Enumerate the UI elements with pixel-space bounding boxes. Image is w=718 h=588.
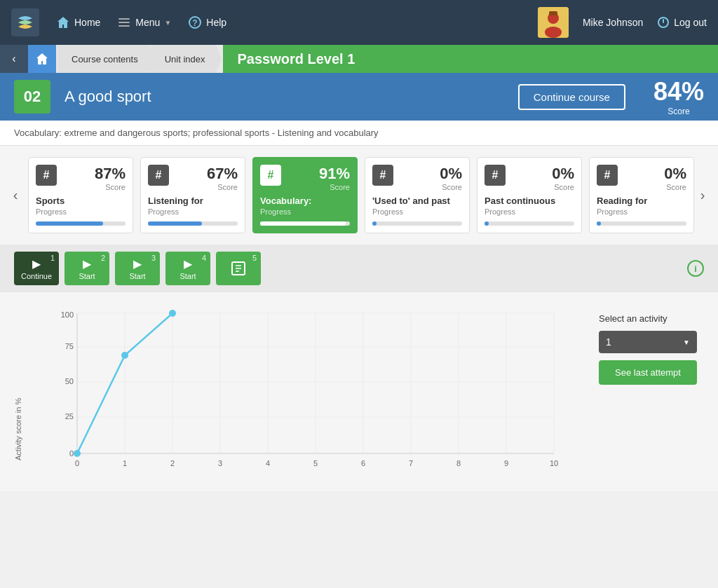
logo [11, 8, 39, 36]
activity-name-6: Reading for [597, 196, 686, 206]
progress-bar-5 [485, 221, 574, 226]
activity-name-5: Past continuous [485, 196, 574, 206]
svg-text:6: 6 [361, 459, 365, 467]
svg-point-49 [121, 352, 128, 359]
info-button[interactable]: i [687, 260, 704, 277]
hash-icon: # [260, 165, 281, 186]
score-label-3: Score [319, 183, 350, 191]
score-label-4: Score [440, 183, 462, 191]
score-label-2: Score [207, 183, 238, 191]
svg-text:0: 0 [69, 449, 74, 458]
progress-bar-3 [260, 221, 350, 226]
activity-name-2: Listening for [148, 196, 238, 206]
svg-text:25: 25 [65, 412, 74, 421]
hash-icon: # [148, 165, 169, 186]
progress-fill-5 [485, 221, 489, 226]
header-right: Mike Johnson Log out [538, 7, 707, 38]
svg-text:?: ? [193, 18, 198, 28]
unit-score: 84% Score [653, 77, 704, 116]
activity-progress-label-3: Progress [260, 207, 350, 216]
home-label: Home [74, 17, 100, 28]
hash-icon: # [597, 165, 618, 186]
logout-button[interactable]: Log out [657, 16, 707, 29]
help-label: Help [206, 17, 226, 28]
chart-controls: Select an activity 1 2 3 4 5 See last at… [599, 306, 697, 477]
activity-card-6[interactable]: # 0% Score Reading for Progress [589, 157, 694, 233]
progress-fill-3 [260, 221, 346, 226]
hash-icon: # [36, 165, 57, 186]
activity-select-wrapper[interactable]: 1 2 3 4 5 [599, 331, 697, 353]
svg-text:75: 75 [65, 342, 74, 350]
activity-select[interactable]: 1 2 3 4 5 [599, 331, 697, 353]
select-activity-label: Select an activity [599, 313, 697, 324]
username: Mike Johnson [583, 17, 643, 28]
activity-progress-label-2: Progress [148, 207, 238, 216]
activity-card-5[interactable]: # 0% Score Past continuous Progress [477, 157, 582, 233]
step-3-button[interactable]: 3 ▶ Start [115, 252, 160, 285]
svg-rect-1 [118, 22, 130, 23]
progress-fill-1 [36, 221, 103, 226]
svg-text:0: 0 [75, 459, 79, 467]
chart-svg: 0 25 50 75 100 [49, 306, 578, 477]
header: Home Menu ▼ ? Help Mike Johnson [0, 0, 718, 45]
svg-point-7 [545, 27, 562, 38]
svg-text:7: 7 [409, 459, 413, 467]
activity-card-2[interactable]: # 67% Score Listening for Progress [140, 157, 245, 233]
home-nav[interactable]: Home [56, 15, 100, 29]
cards-left-arrow[interactable]: ‹ [7, 187, 24, 204]
progress-fill-2 [148, 221, 202, 226]
menu-nav[interactable]: Menu ▼ [117, 15, 171, 29]
activity-score-5: 0% [552, 165, 574, 183]
svg-point-48 [74, 450, 81, 457]
activity-name-1: Sports [36, 196, 126, 206]
help-nav[interactable]: ? Help [188, 15, 226, 29]
unit-index-crumb[interactable]: Unit index [151, 45, 217, 73]
progress-bar-1 [36, 221, 126, 226]
progress-bar-4 [372, 221, 462, 226]
activity-progress-label-4: Progress [372, 207, 462, 216]
cards-right-arrow[interactable]: › [694, 187, 711, 204]
unit-header: 02 A good sport Continue course 84% Scor… [0, 73, 718, 121]
step-4-button[interactable]: 4 ▶ Start [165, 252, 210, 285]
course-contents-crumb[interactable]: Course contents [57, 45, 149, 73]
vocab-line: Vocabulary: extreme and dangerous sports… [0, 121, 718, 146]
svg-text:5: 5 [313, 459, 318, 467]
svg-text:10: 10 [550, 459, 558, 467]
step-2-button[interactable]: 2 ▶ Start [65, 252, 109, 285]
svg-text:9: 9 [504, 459, 508, 467]
activity-progress-label-5: Progress [485, 207, 574, 216]
svg-text:4: 4 [266, 459, 270, 467]
breadcrumb-bar: ‹ Course contents Unit index Password Le… [0, 45, 718, 73]
continue-course-button[interactable]: Continue course [518, 84, 625, 110]
progress-bar-6 [597, 221, 686, 226]
activity-card-3[interactable]: # 91% Score Vocabulary: Progress [252, 157, 358, 233]
y-axis-label: Activity score in % [14, 306, 22, 460]
back-button[interactable]: ‹ [0, 45, 28, 73]
step-5-button[interactable]: 5 [216, 252, 261, 285]
svg-text:2: 2 [170, 459, 175, 467]
activity-name-3: Vocabulary: [260, 196, 350, 206]
activity-card-4[interactable]: # 0% Score 'Used to' and past Progress [365, 157, 470, 233]
activity-progress-label-6: Progress [597, 207, 686, 216]
svg-rect-8 [549, 11, 557, 15]
unit-name: A good sport [65, 88, 151, 106]
activity-card-1[interactable]: # 87% Score Sports Progress [28, 157, 133, 233]
score-label-5: Score [552, 183, 574, 191]
score-label-6: Score [664, 183, 686, 191]
chart-area: Activity score in % 0 25 50 75 100 [0, 292, 718, 491]
svg-text:1: 1 [123, 459, 127, 467]
svg-text:3: 3 [218, 459, 222, 467]
activity-score-6: 0% [664, 165, 686, 183]
home-crumb[interactable] [28, 45, 56, 73]
cards-row: ‹ # 87% Score Sports Progress # 67% Scor… [0, 146, 718, 245]
step-1-button[interactable]: 1 ▶ Continue [14, 252, 59, 285]
activity-score-3: 91% [319, 165, 350, 183]
progress-bar-2 [148, 221, 238, 226]
activity-name-4: 'Used to' and past [372, 196, 462, 206]
see-last-attempt-button[interactable]: See last attempt [599, 360, 697, 385]
hash-icon: # [485, 165, 506, 186]
svg-rect-0 [118, 18, 130, 20]
unit-score-label: Score [653, 107, 704, 116]
logout-label: Log out [674, 17, 707, 28]
unit-score-percent: 84% [653, 77, 704, 107]
